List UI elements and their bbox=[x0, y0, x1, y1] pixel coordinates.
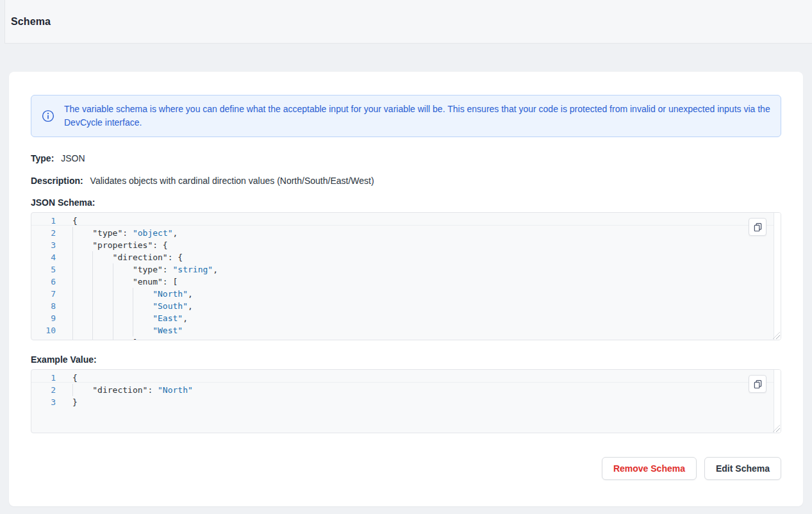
code-token: "direction" bbox=[92, 384, 147, 396]
remove-schema-button[interactable]: Remove Schema bbox=[602, 457, 697, 480]
indent-guide bbox=[92, 251, 112, 263]
code-line: 3"properties": { bbox=[31, 239, 781, 251]
indent-guide bbox=[72, 300, 92, 312]
action-footer: Remove Schema Edit Schema bbox=[31, 457, 781, 480]
code-token: : bbox=[163, 263, 173, 276]
line-number: 2 bbox=[31, 227, 72, 239]
indent-guide bbox=[113, 300, 133, 312]
copy-button[interactable] bbox=[749, 218, 766, 236]
code-line: 11] bbox=[31, 336, 781, 340]
indent-guide bbox=[72, 251, 92, 263]
indent-guide bbox=[92, 312, 112, 324]
type-value: JSON bbox=[61, 153, 85, 163]
indent-guide bbox=[72, 276, 92, 288]
line-number: 5 bbox=[31, 263, 72, 276]
indent-guide bbox=[133, 312, 153, 324]
line-number: 10 bbox=[31, 324, 72, 336]
description-label: Description: bbox=[31, 176, 83, 186]
code-token: "South" bbox=[153, 300, 188, 312]
indent-guide bbox=[72, 288, 92, 300]
code-token: "string" bbox=[173, 263, 213, 276]
code-token: } bbox=[72, 396, 78, 408]
line-number: 3 bbox=[31, 239, 72, 251]
code-token: { bbox=[72, 372, 78, 384]
indent-guide bbox=[92, 336, 112, 340]
indent-guide bbox=[113, 312, 133, 324]
code-token: "East" bbox=[153, 312, 183, 324]
code-token: , bbox=[213, 263, 218, 276]
code-token: ] bbox=[133, 336, 138, 340]
code-line: 7"North", bbox=[31, 288, 781, 300]
indent-guide bbox=[113, 324, 133, 336]
line-number: 7 bbox=[31, 288, 72, 300]
indent-guide bbox=[113, 276, 133, 288]
code-line: 2"direction": "North" bbox=[31, 384, 781, 396]
code-token: : { bbox=[168, 251, 183, 263]
code-token: "enum" bbox=[133, 276, 163, 288]
indent-guide bbox=[92, 300, 112, 312]
example-value-editor[interactable]: 1{2"direction": "North"3} bbox=[31, 369, 781, 433]
code-token: "North" bbox=[158, 384, 193, 396]
indent-guide bbox=[72, 312, 92, 324]
line-number: 6 bbox=[31, 276, 72, 288]
indent-guide bbox=[92, 324, 112, 336]
description-value: Validates objects with cardinal directio… bbox=[90, 176, 374, 186]
indent-guide bbox=[133, 300, 153, 312]
code-line: 3} bbox=[31, 396, 781, 408]
indent-guide bbox=[72, 239, 92, 251]
indent-guide bbox=[92, 263, 112, 276]
type-label: Type: bbox=[31, 153, 54, 163]
schema-card: The variable schema is where you can def… bbox=[9, 72, 803, 506]
alert-message: The variable schema is where you can def… bbox=[64, 103, 770, 129]
code-line: 1{ bbox=[31, 215, 781, 227]
code-line: 5"type": "string", bbox=[31, 263, 781, 276]
editor-scrollbar[interactable] bbox=[774, 213, 781, 340]
edit-schema-button[interactable]: Edit Schema bbox=[704, 457, 781, 480]
indent-guide bbox=[72, 227, 92, 239]
code-token: : [ bbox=[163, 276, 178, 288]
code-line: 9"East", bbox=[31, 312, 781, 324]
code-token: "properties" bbox=[92, 239, 153, 251]
line-number: 1 bbox=[31, 215, 72, 227]
code-token: { bbox=[72, 215, 78, 227]
code-line: 4"direction": { bbox=[31, 251, 781, 263]
code-line: 10"West" bbox=[31, 324, 781, 336]
code-token: , bbox=[188, 300, 193, 312]
code-line: 1{ bbox=[31, 372, 781, 384]
page-header: Schema bbox=[4, 0, 812, 44]
code-token: "North" bbox=[153, 288, 188, 300]
code-token: "object" bbox=[133, 227, 173, 239]
description-row: Description: Validates objects with card… bbox=[31, 176, 781, 186]
code-line: 2"type": "object", bbox=[31, 227, 781, 239]
example-value-label: Example Value: bbox=[31, 354, 781, 365]
indent-guide bbox=[133, 288, 153, 300]
code-content: 1{2"type": "object",3"properties": {4"di… bbox=[31, 213, 781, 340]
indent-guide bbox=[72, 336, 92, 340]
code-token: : bbox=[122, 227, 133, 239]
info-circle-icon bbox=[42, 110, 54, 122]
code-content: 1{2"direction": "North"3} bbox=[31, 370, 781, 408]
code-token: : { bbox=[153, 239, 167, 251]
code-token: , bbox=[173, 227, 178, 239]
json-schema-editor[interactable]: 1{2"type": "object",3"properties": {4"di… bbox=[31, 212, 781, 340]
copy-button[interactable] bbox=[749, 375, 766, 393]
editor-scrollbar[interactable] bbox=[774, 370, 781, 433]
code-token: "type" bbox=[92, 227, 122, 239]
json-schema-label: JSON Schema: bbox=[31, 197, 781, 208]
indent-guide bbox=[113, 288, 133, 300]
code-token: : bbox=[147, 384, 158, 396]
type-row: Type: JSON bbox=[31, 153, 781, 163]
indent-guide bbox=[72, 384, 92, 396]
page-title: Schema bbox=[11, 16, 51, 28]
line-number: 11 bbox=[31, 336, 72, 340]
indent-guide bbox=[72, 324, 92, 336]
line-number: 3 bbox=[31, 396, 72, 408]
code-token: "type" bbox=[133, 263, 163, 276]
indent-guide bbox=[92, 276, 112, 288]
line-number: 9 bbox=[31, 312, 72, 324]
copy-icon bbox=[753, 222, 763, 232]
copy-icon bbox=[753, 379, 763, 389]
code-token: "direction" bbox=[113, 251, 168, 263]
code-line: 6"enum": [ bbox=[31, 276, 781, 288]
code-line: 8"South", bbox=[31, 300, 781, 312]
